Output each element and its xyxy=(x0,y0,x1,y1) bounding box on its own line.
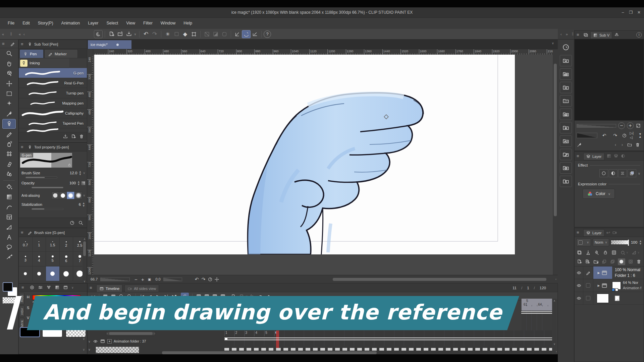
deselect-button[interactable]: ✳ xyxy=(163,30,172,38)
information-tab-icon[interactable]: i xyxy=(636,32,642,38)
tool-balloon[interactable] xyxy=(2,242,16,252)
rotate-left-button[interactable]: ↶ xyxy=(194,275,200,283)
layer2-check[interactable] xyxy=(586,283,590,288)
brush-size-value[interactable]: 12.0 xyxy=(70,171,77,175)
opacity-spinner[interactable]: ▲▼ xyxy=(77,180,80,186)
subview-flip-icon[interactable]: ▷|◁ xyxy=(630,131,636,140)
undo-button[interactable]: ↶ xyxy=(142,30,150,38)
create-mask-icon[interactable] xyxy=(618,258,625,265)
blend-mode-dropdown[interactable]: Norm ∨ xyxy=(593,238,609,246)
subview-fit-icon[interactable] xyxy=(636,123,641,128)
size-5[interactable]: 5 xyxy=(46,252,60,266)
preview-lock-icon[interactable] xyxy=(67,163,71,167)
inking-group-label[interactable]: Inking xyxy=(30,61,40,65)
layer2-thumbnail[interactable] xyxy=(612,282,621,290)
tool-move-layer[interactable] xyxy=(2,79,16,88)
snap-to-grid-button[interactable] xyxy=(251,30,259,38)
tab-subview[interactable]: Sub V xyxy=(590,32,612,39)
tool-property-menu-icon[interactable]: ≡ xyxy=(21,144,25,149)
color-set-tab-icon[interactable] xyxy=(46,285,51,290)
tool-fill[interactable] xyxy=(2,182,16,192)
brush-item-calligraphy[interactable]: Calligraphy xyxy=(19,108,87,118)
color-panel-expand-icon[interactable]: ∨ xyxy=(83,337,85,341)
tool-zoom[interactable] xyxy=(2,49,16,58)
collapse-track-icon[interactable]: ∨ xyxy=(88,340,91,343)
dock-handle-icon[interactable]: ⫼ xyxy=(6,32,16,36)
dock-expand-icon[interactable]: » xyxy=(566,32,568,36)
redo-button[interactable]: ↷ xyxy=(150,30,159,38)
ruler-icon[interactable] xyxy=(585,250,591,255)
effect-border-icon[interactable] xyxy=(599,169,608,177)
subview-rotate-slider[interactable] xyxy=(577,133,597,138)
dock-prev-icon[interactable]: ‹ xyxy=(560,32,562,36)
reset-settings-icon[interactable] xyxy=(69,220,75,226)
material-folder-7-icon[interactable] xyxy=(560,135,572,147)
opacity-value[interactable]: 100 xyxy=(69,181,76,185)
tool-eraser[interactable] xyxy=(2,159,16,169)
tab-layer-property[interactable]: Layer xyxy=(583,153,604,160)
rotate-slider[interactable] xyxy=(163,278,182,281)
brush-item-turnip-pen[interactable]: Turnip pen xyxy=(19,88,87,98)
layer1-selected-chip[interactable]: ▶ xyxy=(593,266,612,279)
snap-to-ruler-button[interactable] xyxy=(233,30,242,38)
tab-hsv[interactable]: HSV xyxy=(19,306,24,317)
size-3[interactable]: 3 xyxy=(19,252,33,266)
subview-zoom-in-icon[interactable]: + xyxy=(627,122,634,129)
color-history-tab-icon[interactable] xyxy=(63,285,68,290)
tool-auto-select[interactable] xyxy=(2,99,16,109)
save-dropdown-icon[interactable]: ∨ xyxy=(133,33,137,36)
subview-updown-icon[interactable]: ▼▲ xyxy=(639,133,642,138)
start-frame[interactable]: 1 xyxy=(527,286,529,290)
collapse-track2-icon[interactable]: ∨ xyxy=(88,348,91,351)
stabilization-value[interactable]: 6 xyxy=(79,202,81,206)
halftone-tab-icon[interactable] xyxy=(621,154,626,159)
snap-off-icon[interactable] xyxy=(203,30,211,38)
track-eye-icon[interactable] xyxy=(93,339,98,344)
reference-tab-icon[interactable] xyxy=(614,32,619,37)
layer2-visible-icon[interactable] xyxy=(576,283,582,288)
open-file-button[interactable] xyxy=(116,30,124,38)
material-folder-5-icon[interactable] xyxy=(560,109,572,120)
menu-item[interactable]: Edit xyxy=(19,18,34,29)
subview-menu-icon[interactable]: ≡ xyxy=(577,32,581,37)
animation-cels-tab-icon[interactable] xyxy=(612,230,617,235)
tool-selection[interactable] xyxy=(2,89,16,99)
tool-decoration[interactable] xyxy=(2,149,16,159)
layer1-visible-icon[interactable] xyxy=(576,270,582,276)
material-folder-1-icon[interactable] xyxy=(560,55,572,66)
delete-subtool-icon[interactable] xyxy=(79,134,84,139)
opacity-effect-icon[interactable] xyxy=(82,181,85,185)
collapse-left2-icon[interactable]: « xyxy=(16,32,23,36)
brush-item-partial[interactable] xyxy=(19,128,87,132)
size-12-selected[interactable] xyxy=(46,266,60,281)
tool-frame-border[interactable] xyxy=(2,212,16,222)
color-panel-expand2-icon[interactable]: ∨ xyxy=(83,348,85,351)
zoom-out-button[interactable]: − xyxy=(132,275,139,283)
aa-middle-button[interactable] xyxy=(67,192,74,199)
transfer-to-lower-icon[interactable] xyxy=(601,259,607,264)
animation-folder-track[interactable]: + Animation folder : 37 xyxy=(93,339,146,344)
rotate-right-button[interactable]: ↷ xyxy=(200,275,207,283)
size-1.5[interactable]: 1.5 xyxy=(46,237,60,252)
brush-item-g-pen[interactable]: G-pen xyxy=(19,68,87,78)
effect-tone-icon[interactable] xyxy=(618,169,627,177)
brush-item-tapered-pen[interactable]: Tapered Pen xyxy=(19,118,87,128)
subview-next-icon[interactable]: › xyxy=(619,142,626,147)
timeline-menu-icon[interactable]: ≡ xyxy=(90,285,94,290)
delete-layer-icon[interactable] xyxy=(636,259,642,264)
tab-pen[interactable]: Pen xyxy=(19,49,44,58)
menu-item[interactable]: File xyxy=(4,18,18,29)
subview-preview[interactable] xyxy=(575,39,644,121)
new-raster-layer-icon[interactable] xyxy=(577,259,582,264)
tool-eyedropper[interactable] xyxy=(2,109,16,119)
material-folder-9-icon[interactable] xyxy=(560,162,572,174)
brush-size-menu-icon[interactable]: ≡ xyxy=(21,230,25,235)
material-folder-6-icon[interactable] xyxy=(560,122,572,133)
layer-opacity-value[interactable]: 100 xyxy=(631,240,637,244)
canvas-hscrollbar[interactable] xyxy=(333,278,546,281)
tool-text[interactable] xyxy=(2,232,16,242)
snap-angle-icon[interactable] xyxy=(211,30,220,38)
size-4[interactable]: 4 xyxy=(33,252,46,266)
stabilization-spinner[interactable]: ▲▼ xyxy=(82,202,85,207)
tool-palette-menu-icon[interactable]: ≡ xyxy=(2,41,7,46)
